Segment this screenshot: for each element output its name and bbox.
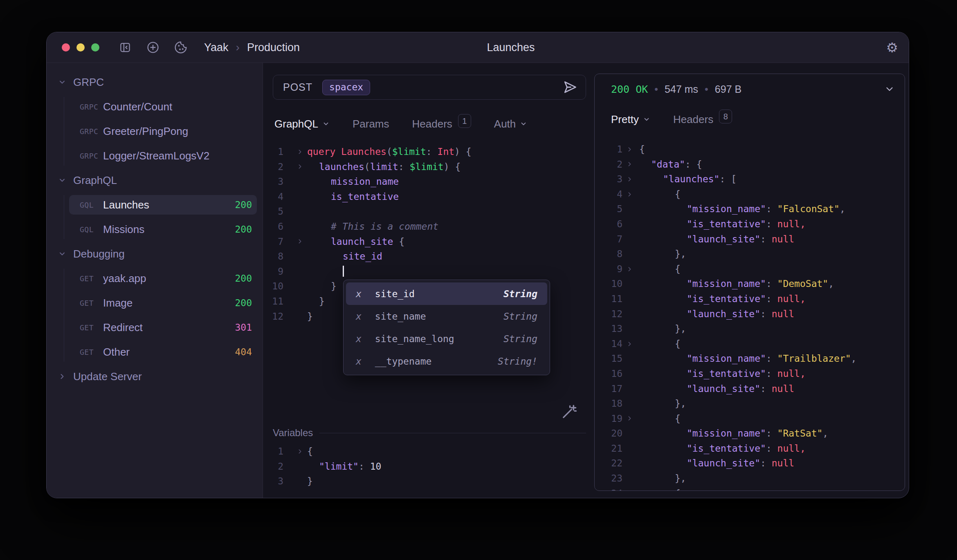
fold-chevron-icon[interactable] <box>626 262 633 277</box>
autocomplete-item-site-name-long[interactable]: xsite_name_longString <box>346 327 547 350</box>
zoom-window-button[interactable] <box>91 43 99 52</box>
url-variable-pill[interactable]: spacex <box>322 80 370 95</box>
status-code: 200 <box>235 273 252 284</box>
code-line: 10"mission_name": "DemoSat", <box>595 276 905 291</box>
code-line: 18}, <box>595 396 905 411</box>
code-line: 4{ <box>595 187 905 202</box>
fold-chevron-icon[interactable] <box>626 187 633 202</box>
chevron-down-icon <box>58 78 66 86</box>
field-glyph-icon: x <box>356 334 362 344</box>
line-number: 1 <box>595 142 622 157</box>
fold-chevron-icon[interactable] <box>297 159 303 175</box>
variables-header: Variables <box>273 426 586 440</box>
sidebar-item-launches[interactable]: GQLLaunches200 <box>69 195 257 215</box>
method-tag: GQL <box>80 225 103 234</box>
window-body: GRPCGRPCCounter/CountGRPCGreeter/PingPon… <box>47 63 909 498</box>
code-line: 5"mission_name": "FalconSat", <box>595 202 905 217</box>
sidebar-item-image[interactable]: GETImage200 <box>69 293 257 313</box>
sidebar-item-greeter-pingpong[interactable]: GRPCGreeter/PingPong <box>69 121 257 141</box>
url-bar[interactable]: POST spacex <box>273 75 586 100</box>
sidebar-item-logger-streamlogsv2[interactable]: GRPCLogger/StreamLogsV2 <box>69 146 257 166</box>
request-tab-headers[interactable]: Headers1 <box>412 117 471 131</box>
fold-chevron-icon[interactable] <box>626 486 633 491</box>
section-label: Update Server <box>73 370 142 383</box>
cookie-icon[interactable] <box>174 40 188 54</box>
fold-chevron-icon[interactable] <box>297 144 303 159</box>
code-line: 15"mission_name": "Trailblazer", <box>595 351 905 366</box>
request-tab-graphql[interactable]: GraphQL <box>274 118 330 130</box>
sidebar-item-yaak-app[interactable]: GETyaak.app200 <box>69 269 257 288</box>
gear-icon[interactable]: ⚙ <box>886 41 898 54</box>
code-line: 14{ <box>595 336 905 352</box>
sidebar-item-counter-count[interactable]: GRPCCounter/Count <box>69 97 257 116</box>
line-number: 1 <box>263 144 283 159</box>
sidebar-item-missions[interactable]: GQLMissions200 <box>69 220 257 239</box>
completion-type: String <box>503 289 537 299</box>
fold-chevron-icon[interactable] <box>626 172 633 187</box>
request-name: Missions <box>103 223 235 236</box>
method-tag: GRPC <box>80 152 103 160</box>
method-tag: GRPC <box>80 127 103 136</box>
sidebar-section-update-server[interactable]: Update Server <box>47 367 263 386</box>
field-glyph-icon: x <box>356 356 362 367</box>
code-line: 2launches(limit: $limit) { <box>263 159 594 175</box>
code-line: 21"is_tentative": null, <box>595 441 905 456</box>
line-number: 1 <box>263 444 283 459</box>
autocomplete-item-typename[interactable]: x__typenameString! <box>346 350 547 372</box>
method-tag: GQL <box>80 201 103 209</box>
autocomplete-item-site-name[interactable]: xsite_nameString <box>346 305 547 327</box>
sidebar-section-debugging[interactable]: Debugging <box>47 244 263 264</box>
chevron-down-icon <box>58 176 66 184</box>
field-glyph-icon: x <box>356 311 362 322</box>
code-line: 7launch_site { <box>263 234 594 249</box>
magic-wand-icon[interactable] <box>560 403 577 422</box>
breadcrumb-workspace[interactable]: Production <box>247 41 300 54</box>
sidebar-item-other[interactable]: GETOther404 <box>69 342 257 362</box>
response-tab-headers[interactable]: Headers8 <box>673 112 732 126</box>
code-line: 1query Launches($limit: Int) { <box>263 144 594 159</box>
chevron-down-icon[interactable] <box>884 84 895 94</box>
method-tag: GRPC <box>80 103 103 111</box>
response-tab-pretty[interactable]: Pretty <box>611 113 650 126</box>
response-status-bar: 200 OK • 547 ms • 697 B <box>611 80 895 99</box>
line-number: 8 <box>595 246 622 262</box>
fold-chevron-icon[interactable] <box>297 234 303 249</box>
code-line: 3} <box>263 474 594 489</box>
send-request-button[interactable] <box>563 80 577 95</box>
line-number: 6 <box>595 217 622 232</box>
line-number: 14 <box>595 336 622 352</box>
status-code: 404 <box>235 347 252 357</box>
chevron-down-icon <box>520 120 527 128</box>
fold-chevron-icon[interactable] <box>626 411 633 426</box>
line-number: 19 <box>595 411 622 426</box>
breadcrumb-app[interactable]: Yaak <box>204 41 229 54</box>
code-line: 3mission_name <box>263 174 594 189</box>
response-body-viewer[interactable]: 1{2"data": {3"launches": [4{5"mission_na… <box>595 142 905 491</box>
line-number: 15 <box>595 351 622 366</box>
sidebar-toggle-icon[interactable] <box>118 40 132 54</box>
variables-editor[interactable]: 1{2"limit": 103} <box>263 444 594 489</box>
code-line: 1{ <box>595 142 905 157</box>
variables-label: Variables <box>273 427 313 439</box>
tab-label: Params <box>353 118 389 130</box>
new-request-icon[interactable] <box>146 40 160 54</box>
request-tab-params[interactable]: Params <box>353 118 389 130</box>
code-line: 22"launch_site": null <box>595 456 905 471</box>
sidebar-item-redirect[interactable]: GETRedirect301 <box>69 318 257 337</box>
request-tab-auth[interactable]: Auth <box>494 118 528 130</box>
code-line: 17"launch_site": null <box>595 381 905 396</box>
line-number: 5 <box>595 202 622 217</box>
sidebar-section-graphql[interactable]: GraphQL <box>47 170 263 190</box>
fold-chevron-icon[interactable] <box>626 142 633 157</box>
status-code: 200 <box>235 199 252 210</box>
close-window-button[interactable] <box>62 43 70 52</box>
tab-label: Pretty <box>611 113 639 126</box>
tab-label: GraphQL <box>274 118 318 130</box>
fold-chevron-icon[interactable] <box>626 157 633 172</box>
minimize-window-button[interactable] <box>76 43 85 52</box>
sidebar-section-grpc[interactable]: GRPC <box>47 72 263 92</box>
fold-chevron-icon[interactable] <box>297 444 303 459</box>
autocomplete-item-site-id[interactable]: xsite_idString <box>346 282 547 305</box>
fold-chevron-icon[interactable] <box>626 336 633 352</box>
code-line: 2"limit": 10 <box>263 459 594 474</box>
